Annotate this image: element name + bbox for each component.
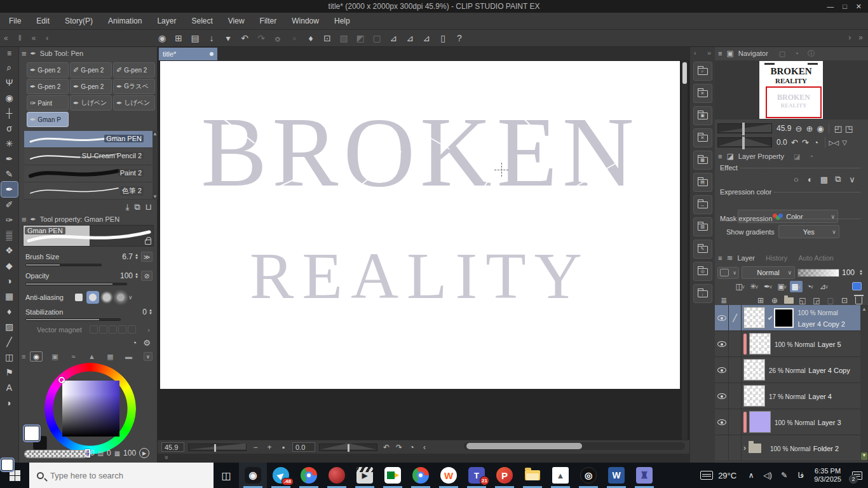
navigator-menu-icon[interactable]: ≡ — [718, 50, 722, 57]
menu-item[interactable]: File — [9, 17, 21, 25]
toolstrip-menu-icon[interactable]: ≡ — [7, 49, 11, 58]
brush-list-item[interactable]: Gman PEN — [24, 131, 153, 148]
canvas-vertical-scrollbar[interactable]: ▼ — [682, 61, 688, 440]
layer-option-icon[interactable]: ◫∨ — [734, 281, 747, 292]
nav-zoom-button[interactable]: ⊕ — [804, 123, 815, 134]
toolbar-icon[interactable]: ▢ — [369, 31, 384, 45]
taskbar-app[interactable]: ◎ — [574, 463, 602, 488]
material-shortcut-button[interactable]: ▩ — [693, 151, 712, 170]
material-shortcut-button[interactable]: ▨ — [693, 217, 712, 236]
layer-row[interactable]: ╱ › ✔ 100 % Normal Folder 2 — [715, 435, 860, 461]
opacity-effect-button[interactable]: ⊘ — [141, 271, 153, 281]
opacity-stepper[interactable]: ▲▼ — [135, 273, 139, 279]
aa-more-icon[interactable]: ∨ — [128, 294, 133, 301]
aa-strong-button[interactable] — [114, 291, 127, 304]
nav-zoom-slider[interactable] — [717, 123, 772, 133]
menu-item[interactable]: Edit — [36, 17, 50, 25]
volume-icon[interactable]: ◁) — [759, 471, 776, 480]
color-panel-expand-icon[interactable]: ∨ — [144, 352, 153, 361]
toolbar-icon[interactable]: ⊿ — [419, 31, 434, 45]
layer-property-menu-icon[interactable]: ≡ — [718, 152, 722, 160]
menu-item[interactable]: Layer — [157, 17, 176, 25]
menu-item[interactable]: View — [228, 17, 245, 25]
material-shortcut-button[interactable]: ⌕ — [693, 62, 712, 81]
tool-icon[interactable]: ◑ — [1, 273, 18, 288]
taskbar-app[interactable]: ▶ .48 — [267, 463, 295, 488]
color-panel-tab[interactable]: ▬ — [122, 351, 135, 362]
layer-visibility-eye-icon[interactable] — [717, 419, 726, 425]
opacity-slider[interactable] — [25, 283, 127, 285]
zoom-slider[interactable] — [188, 444, 247, 451]
tool-icon[interactable]: ▒ — [1, 227, 18, 243]
effect-button[interactable]: ○ — [789, 173, 803, 186]
rotation-icon[interactable]: ‹ — [419, 443, 430, 452]
tool-icon[interactable]: ┼ — [1, 105, 18, 121]
tool-icon[interactable]: ❖ — [1, 243, 18, 258]
tool-icon[interactable]: ✒ — [1, 182, 18, 197]
material-shortcut-button[interactable]: ↓ — [693, 284, 712, 303]
vector-magnet-box[interactable] — [90, 325, 98, 334]
canvas[interactable]: BROKEN REALITY — [160, 61, 680, 389]
color-panel-tab[interactable]: ▣ — [48, 351, 61, 362]
vector-magnet-expand-icon[interactable]: › — [147, 326, 150, 334]
taskbar-app[interactable]: ▲ — [546, 463, 574, 488]
layer-row[interactable]: ╱ › ✔ 100 % Normal Layer 3 — [715, 409, 860, 435]
effect-button[interactable]: ◐ — [803, 173, 817, 186]
subtool-button[interactable]: ✒G-pen 2 — [27, 79, 69, 94]
navigator-preview[interactable]: BROKEN REALITY BROKEN REALITY — [715, 60, 868, 119]
effect-button[interactable]: ⧉ — [831, 173, 845, 186]
menu-item[interactable]: Window — [292, 17, 319, 25]
layer-tab-label[interactable]: Layer — [737, 254, 755, 262]
saturation-value-square[interactable] — [62, 381, 119, 437]
aa-weak-button[interactable] — [86, 291, 99, 304]
nav-flip-button[interactable]: ▷◁ — [829, 137, 839, 148]
layer-row[interactable]: ╱ › ✔ 100 % Normal Layer 5 — [715, 331, 860, 357]
taskbar-app[interactable]: ▶ — [351, 463, 379, 488]
subtool-button[interactable]: ✒Gman P — [27, 112, 69, 127]
subtool-button[interactable]: ✒しげペン — [70, 95, 112, 111]
layer-option-icon[interactable]: ✒∨ — [762, 281, 775, 292]
navigator-view-rectangle[interactable]: BROKEN REALITY — [766, 86, 822, 118]
weather-widget[interactable]: 29°C — [694, 471, 743, 480]
rotation-slider[interactable] — [319, 444, 377, 451]
nav-zoom-button[interactable]: ◉ — [815, 123, 825, 134]
lock-icon[interactable] — [145, 240, 151, 245]
tool-icon[interactable]: ✎ — [1, 166, 18, 182]
subtool-button[interactable]: ✑Paint — [27, 95, 69, 111]
subtool-button[interactable]: ✒G-pen 2 — [27, 62, 69, 78]
navigator-extra-tab-icon[interactable]: ⓘ — [808, 49, 815, 58]
subtool-footer-icon[interactable]: ⤓ — [126, 202, 130, 212]
tool-icon[interactable]: ✳ — [1, 136, 18, 151]
value-value[interactable]: 100 — [123, 449, 136, 458]
toolbar-icon[interactable]: ☼ — [270, 31, 285, 45]
toolbar-overflow-arrows[interactable]: ›» — [848, 33, 863, 42]
subtool-button[interactable]: ✒しげペン — [113, 95, 155, 111]
layer-thumbnail[interactable] — [749, 411, 771, 433]
layer-visibility-eye-icon[interactable] — [717, 315, 726, 321]
panel-collapse-arrows[interactable]: «‖«‹ — [0, 34, 154, 43]
palette-color-dropdown[interactable]: ∨ — [717, 267, 739, 279]
toolbar-icon[interactable]: ▫ — [287, 31, 302, 45]
toolbar-icon[interactable]: ▯ — [435, 31, 451, 45]
overflow-arrow-icon[interactable]: » — [858, 33, 863, 42]
layer-row[interactable]: ╱ › ✔ 26 % Normal Layer 4 Copy — [715, 357, 860, 383]
toolbar-icon[interactable]: ◩ — [353, 31, 368, 45]
layer-opacity-stepper[interactable]: ▲▼ — [859, 269, 863, 276]
nav-zoom-value[interactable]: 45.9 — [776, 124, 791, 133]
toolbar-icon[interactable]: ⊡ — [320, 31, 335, 45]
layer-thumbnail[interactable] — [749, 444, 761, 453]
reset-tool-icon[interactable]: ◔ — [132, 338, 137, 348]
toolbar-icon[interactable]: ⊞ — [171, 31, 186, 45]
tool-icon[interactable]: ◉ — [1, 90, 18, 105]
main-color-swatch[interactable] — [24, 426, 39, 441]
rotation-value[interactable]: 0.0 — [292, 442, 315, 452]
vector-magnet-box[interactable] — [99, 325, 107, 334]
taskbar-app[interactable]: P — [491, 463, 519, 488]
transparent-color-pill[interactable] — [24, 450, 88, 458]
toolbar-icon[interactable]: ◉ — [154, 31, 170, 45]
menu-item[interactable]: Animation — [108, 17, 142, 25]
menu-item[interactable]: Help — [334, 17, 350, 25]
subtool-button[interactable]: ✒G-pen 2 — [70, 79, 112, 94]
subtool-footer-icon[interactable]: ⊔ — [146, 202, 152, 212]
toolbar-icon[interactable]: ▾ — [220, 31, 236, 45]
